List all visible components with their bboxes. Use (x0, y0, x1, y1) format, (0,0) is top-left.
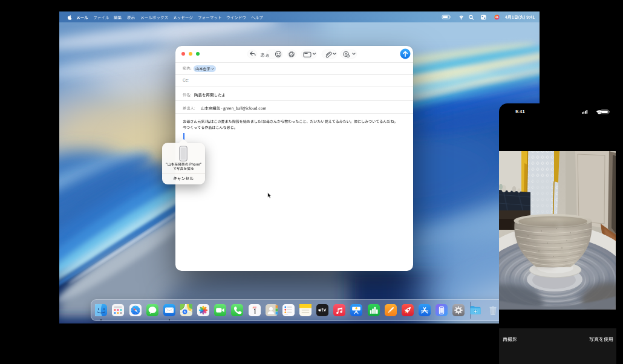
svg-text:APR: APR (252, 307, 256, 309)
